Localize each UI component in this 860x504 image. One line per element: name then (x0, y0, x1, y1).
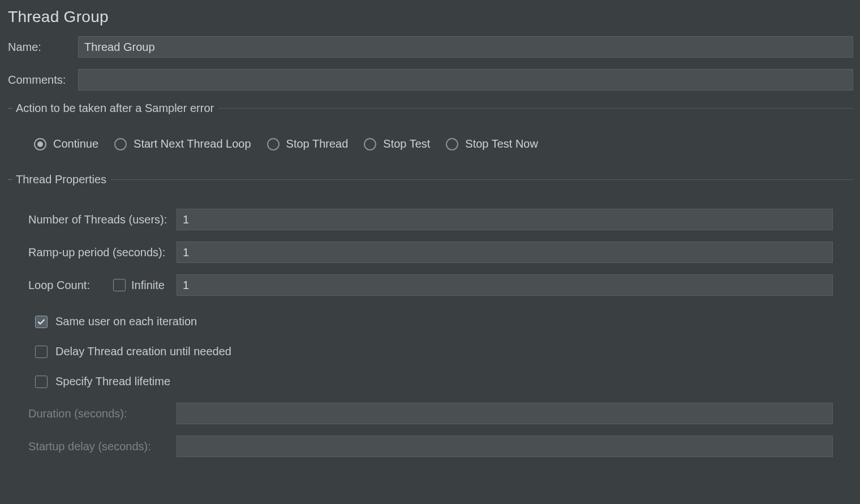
radio-label: Stop Test Now (465, 137, 538, 150)
thread-group-panel: Thread Group Name: Comments: Action to b… (0, 0, 860, 476)
specify-lifetime-label: Specify Thread lifetime (55, 375, 170, 388)
on-error-group: Action to be taken after a Sampler error… (8, 102, 853, 150)
ramp-up-label: Ramp-up period (seconds): (28, 246, 177, 259)
radio-stop-test[interactable]: Stop Test (364, 137, 430, 150)
name-label: Name: (8, 41, 78, 54)
specify-lifetime-checkbox[interactable] (35, 376, 48, 388)
on-error-legend-label: Action to be taken after a Sampler error (16, 102, 214, 115)
name-input[interactable] (78, 36, 853, 58)
startup-delay-input (177, 436, 833, 457)
ramp-up-row: Ramp-up period (seconds): (28, 242, 833, 263)
duration-row: Duration (seconds): (28, 403, 833, 424)
comments-input[interactable] (78, 69, 853, 91)
duration-label: Duration (seconds): (28, 407, 177, 420)
delay-create-row: Delay Thread creation until needed (35, 345, 833, 358)
radio-label: Start Next Thread Loop (134, 137, 251, 150)
specify-lifetime-row: Specify Thread lifetime (35, 375, 833, 388)
same-user-checkbox[interactable] (35, 316, 48, 328)
radio-icon (446, 138, 458, 150)
duration-input (177, 403, 833, 424)
legend-rule-icon (111, 179, 853, 180)
thread-properties-group: Thread Properties Number of Threads (use… (8, 173, 853, 457)
num-threads-input[interactable] (177, 209, 833, 230)
num-threads-label: Number of Threads (users): (28, 213, 177, 226)
loop-count-input[interactable] (177, 274, 833, 296)
radio-icon (364, 138, 376, 150)
radio-label: Stop Thread (286, 137, 349, 150)
page-title: Thread Group (8, 8, 853, 26)
startup-delay-label: Startup delay (seconds): (28, 440, 177, 453)
radio-start-next-loop[interactable]: Start Next Thread Loop (114, 137, 251, 150)
thread-props-legend: Thread Properties (8, 173, 853, 186)
radio-stop-test-now[interactable]: Stop Test Now (446, 137, 538, 150)
thread-props-legend-label: Thread Properties (16, 173, 106, 186)
radio-icon (267, 138, 280, 150)
comments-label: Comments: (8, 74, 78, 87)
radio-stop-thread[interactable]: Stop Thread (267, 137, 349, 150)
check-icon (37, 317, 46, 326)
radio-continue[interactable]: Continue (34, 137, 98, 150)
thread-props-body: Number of Threads (users): Ramp-up perio… (28, 209, 833, 457)
legend-tick-icon (8, 108, 12, 109)
delay-create-checkbox[interactable] (35, 346, 48, 358)
comments-row: Comments: (8, 69, 853, 91)
startup-delay-row: Startup delay (seconds): (28, 436, 833, 457)
radio-icon (114, 138, 127, 150)
legend-rule-icon (218, 108, 853, 109)
radio-icon (34, 138, 46, 150)
loop-infinite-wrap: Infinite (113, 279, 177, 292)
loop-infinite-label: Infinite (131, 279, 165, 292)
loop-count-row: Loop Count: Infinite (28, 274, 833, 296)
same-user-label: Same user on each iteration (55, 315, 197, 328)
same-user-row: Same user on each iteration (35, 315, 833, 328)
loop-infinite-checkbox[interactable] (113, 279, 126, 291)
loop-count-label: Loop Count: (28, 279, 113, 292)
radio-label: Continue (53, 137, 98, 150)
delay-create-label: Delay Thread creation until needed (55, 345, 231, 358)
num-threads-row: Number of Threads (users): (28, 209, 833, 230)
on-error-radios: Continue Start Next Thread Loop Stop Thr… (34, 137, 853, 150)
on-error-legend: Action to be taken after a Sampler error (8, 102, 853, 115)
radio-label: Stop Test (383, 137, 430, 150)
legend-tick-icon (8, 179, 12, 180)
name-row: Name: (8, 36, 853, 58)
ramp-up-input[interactable] (177, 242, 833, 263)
